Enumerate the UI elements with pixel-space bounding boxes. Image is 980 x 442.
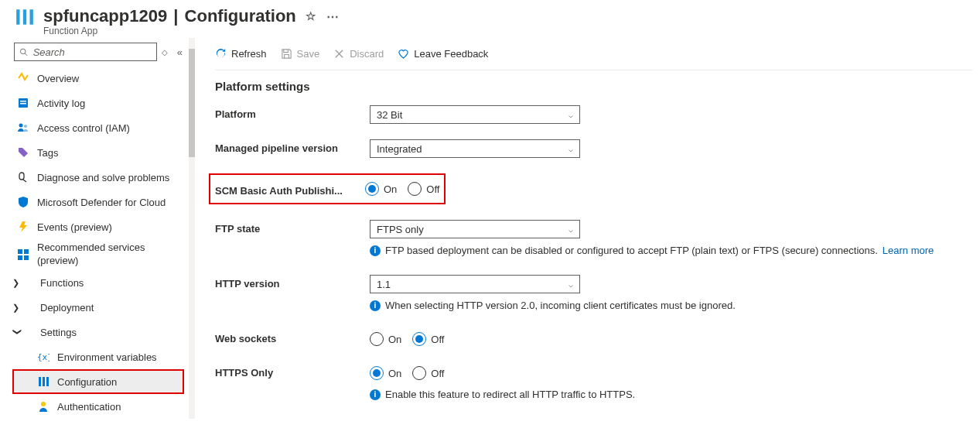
pipeline-select[interactable]: Integrated ⌵ xyxy=(370,139,580,158)
sidebar-item-activity-log[interactable]: Activity log xyxy=(14,91,189,115)
sidebar-item-overview[interactable]: Overview xyxy=(14,66,189,91)
more-menu-icon[interactable]: ⋯ xyxy=(326,9,339,24)
collapse-sidebar-icon[interactable]: « xyxy=(172,46,183,58)
sidebar-search-input[interactable] xyxy=(33,46,152,58)
refresh-icon xyxy=(215,48,227,60)
svg-rect-6 xyxy=(20,101,26,102)
sidebar: ◇ « Overview Activity log Access control… xyxy=(0,38,189,419)
main-content: Refresh Save Discard Leave Feedback Plat… xyxy=(189,38,980,400)
platform-label: Platform xyxy=(215,105,370,120)
sidebar-item-access-control[interactable]: Access control (IAM) xyxy=(14,115,189,140)
info-icon: i xyxy=(370,245,381,256)
svg-rect-17 xyxy=(46,377,49,386)
svg-line-4 xyxy=(25,53,27,55)
http-info: i When selecting HTTP version 2.0, incom… xyxy=(370,300,736,311)
sidebar-item-env-vars[interactable]: {x} Environment variables xyxy=(14,344,189,369)
sidebar-search[interactable] xyxy=(14,43,157,61)
recommended-icon xyxy=(17,248,29,261)
sidebar-item-functions[interactable]: ❯ Functions xyxy=(14,270,189,295)
access-control-icon xyxy=(17,122,29,134)
websockets-radio-on[interactable]: On xyxy=(370,332,401,346)
feedback-button[interactable]: Leave Feedback xyxy=(398,48,488,60)
section-title: Platform settings xyxy=(215,80,972,93)
https-only-info: i Enable this feature to redirect all HT… xyxy=(370,389,635,400)
save-button: Save xyxy=(281,48,320,60)
websockets-radio-group: On Off xyxy=(370,330,444,348)
info-icon: i xyxy=(370,300,381,311)
discard-button: Discard xyxy=(333,48,384,60)
sidebar-nav: Overview Activity log Access control (IA… xyxy=(14,66,189,419)
svg-point-8 xyxy=(19,124,23,128)
heart-icon xyxy=(398,48,409,60)
pipeline-label: Managed pipeline version xyxy=(215,139,370,154)
chevron-down-icon: ❯ xyxy=(12,327,22,337)
defender-icon xyxy=(17,196,29,208)
resource-type-label: Function App xyxy=(43,26,339,36)
chevron-down-icon: ⌵ xyxy=(569,145,573,153)
sidebar-item-diagnose[interactable]: Diagnose and solve problems xyxy=(14,165,189,190)
chevron-down-icon: ⌵ xyxy=(569,280,573,289)
ftp-select[interactable]: FTPS only ⌵ xyxy=(370,220,580,238)
sidebar-item-recommended[interactable]: Recommended services (preview) xyxy=(14,239,189,270)
scrollbar-thumb[interactable] xyxy=(189,49,195,157)
overview-icon xyxy=(17,72,29,84)
sidebar-item-events[interactable]: Events (preview) xyxy=(14,214,189,239)
svg-point-3 xyxy=(20,49,26,54)
svg-point-18 xyxy=(41,402,46,406)
svg-point-9 xyxy=(24,125,27,128)
scrollbar-track[interactable] xyxy=(189,38,195,419)
learn-more-link[interactable]: Learn more xyxy=(883,245,934,256)
http-label: HTTP version xyxy=(215,275,370,290)
env-vars-icon: {x} xyxy=(37,351,50,363)
sidebar-item-tags[interactable]: Tags xyxy=(14,140,189,165)
sidebar-item-deployment[interactable]: ❯ Deployment xyxy=(14,295,189,320)
diagnose-icon xyxy=(17,171,29,183)
sidebar-item-authentication[interactable]: Authentication xyxy=(14,394,189,419)
save-icon xyxy=(281,48,292,60)
info-icon: i xyxy=(370,389,381,400)
svg-rect-1 xyxy=(23,9,26,25)
svg-rect-0 xyxy=(16,9,19,25)
chevron-down-icon: ⌵ xyxy=(569,225,573,234)
authentication-icon xyxy=(37,400,50,413)
websockets-radio-off[interactable]: Off xyxy=(412,332,444,346)
svg-rect-13 xyxy=(24,255,29,260)
sidebar-item-settings[interactable]: ❯ Settings xyxy=(14,320,189,344)
http-select[interactable]: 1.1 ⌵ xyxy=(370,275,580,293)
https-only-radio-on[interactable]: On xyxy=(370,366,401,380)
tags-icon xyxy=(17,146,29,159)
resource-name: spfuncapp1209 xyxy=(43,6,167,26)
websockets-label: Web sockets xyxy=(215,330,370,344)
configuration-icon xyxy=(37,375,50,388)
scm-radio-group: On Off xyxy=(365,180,439,198)
activity-log-icon xyxy=(17,97,29,109)
svg-rect-12 xyxy=(18,255,22,260)
svg-rect-10 xyxy=(18,249,22,254)
https-only-label: HTTPS Only xyxy=(215,364,370,379)
https-only-radio-off[interactable]: Off xyxy=(412,366,444,380)
scm-radio-on[interactable]: On xyxy=(365,182,397,196)
expand-search-icon[interactable]: ◇ xyxy=(162,48,168,57)
svg-text:{x}: {x} xyxy=(37,352,50,362)
ftp-info: i FTP based deployment can be disabled o… xyxy=(370,245,934,256)
svg-rect-16 xyxy=(43,377,45,386)
chevron-right-icon: ❯ xyxy=(12,278,22,288)
refresh-button[interactable]: Refresh xyxy=(215,48,267,60)
scm-radio-off[interactable]: Off xyxy=(408,182,439,196)
search-icon xyxy=(19,47,29,57)
scm-auth-highlight: SCM Basic Auth Publishi... On Off xyxy=(209,173,446,204)
ftp-label: FTP state xyxy=(215,220,370,235)
platform-select[interactable]: 32 Bit ⌵ xyxy=(370,105,580,124)
svg-rect-7 xyxy=(20,103,26,105)
sidebar-item-configuration[interactable]: Configuration xyxy=(12,369,184,394)
svg-rect-11 xyxy=(24,249,29,254)
favorite-star-icon[interactable]: ☆ xyxy=(306,9,316,23)
https-only-radio-group: On Off xyxy=(370,364,635,382)
scm-label: SCM Basic Auth Publishi... xyxy=(215,182,365,197)
sidebar-item-defender[interactable]: Microsoft Defender for Cloud xyxy=(14,190,189,214)
svg-rect-2 xyxy=(30,9,33,25)
chevron-right-icon: ❯ xyxy=(12,303,22,313)
chevron-down-icon: ⌵ xyxy=(569,111,573,119)
discard-icon xyxy=(333,48,345,60)
events-icon xyxy=(17,221,29,233)
